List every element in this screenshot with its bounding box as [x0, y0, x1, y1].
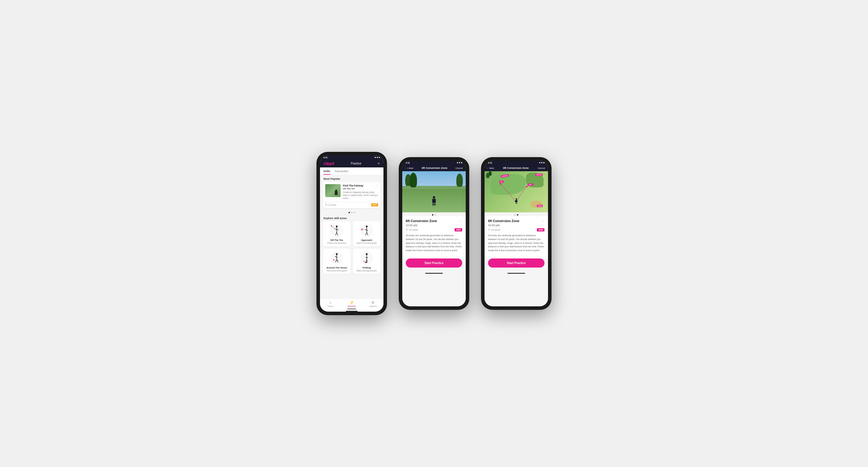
status-icons-2	[457, 162, 462, 163]
golf-map-scene: FAIRWAY ROUGH SAND Hit Miss	[485, 171, 548, 212]
capture-label: Capture	[369, 305, 377, 307]
app-logo: clippd	[323, 161, 334, 166]
activities-label: Activities	[348, 305, 356, 307]
skill-card-putting[interactable]: Putting Make and lag practice	[353, 249, 380, 274]
header-title: Practice	[351, 162, 362, 165]
capture-icon: ⊕	[371, 300, 374, 305]
drill-range: 10-50 yds	[406, 224, 462, 227]
tree-2	[410, 173, 417, 188]
home-bar	[425, 273, 443, 274]
map-carousel-dots	[485, 212, 548, 216]
drill-map-header: ‹ Back 6ft Conversion Zone Cancel	[485, 165, 548, 171]
drill-footer: ⏱ 10 shots OTT	[323, 202, 380, 208]
skill-card-atg[interactable]: Around The Green Hone your short game	[323, 249, 350, 274]
map-dot-1	[514, 214, 516, 215]
shots-clock-icon: ⏱	[406, 229, 408, 231]
drill-thumb-image	[325, 184, 341, 197]
cancel-button[interactable]: Cancel	[456, 167, 463, 169]
app-header: clippd Practice ≡	[320, 160, 383, 167]
status-bar-1: 9:41	[320, 155, 383, 160]
svg-point-23	[338, 260, 339, 261]
phone-2-screen: 9:41 ‹ < Back 6ft Conversion Zone Cancel	[402, 161, 466, 306]
status-icons	[375, 157, 380, 158]
back-button-3[interactable]: ‹ Back	[488, 167, 494, 169]
home-indicator	[402, 270, 466, 276]
favourite-button[interactable]: ☆	[459, 219, 462, 223]
svg-point-21	[333, 259, 334, 261]
golf-photo	[402, 171, 466, 212]
tab-favourites[interactable]: Favourites	[335, 167, 348, 175]
back-button[interactable]: ‹ < Back	[405, 167, 413, 169]
golfer-body	[432, 199, 436, 203]
most-popular-heading: Most Popular	[320, 175, 383, 182]
back-label-3: Back	[490, 167, 494, 169]
home-indicator-3	[485, 270, 548, 276]
skill-desc-atg: Hone your short game	[327, 270, 347, 272]
approach-icon	[360, 224, 374, 238]
status-bar-3: 9:41	[485, 161, 548, 165]
drill-description: Create an imaginary fairway using trees …	[343, 191, 378, 199]
map-golfer	[515, 198, 518, 204]
nav-activities[interactable]: ⚡ Activities	[341, 300, 362, 309]
back-label: < Back	[407, 167, 414, 169]
drill-tag: OTT	[371, 203, 378, 206]
drill-detail-content: 6ft Conversion Zone ☆ 10-50 yds ⏱ 20 sho…	[402, 171, 466, 306]
phone-1-screen: 9:41 clippd Practice ≡ Drills Favourites…	[320, 155, 383, 312]
drill-detail-info: 6ft Conversion Zone ☆ 10-50 yds ⏱ 20 sho…	[402, 216, 466, 259]
phone-2: 9:41 ‹ < Back 6ft Conversion Zone Cancel	[399, 157, 469, 310]
svg-point-14	[362, 229, 363, 230]
time-label-3: 9:41	[488, 162, 492, 164]
drill-detail-description: 20 shots are randomly generated at dista…	[406, 234, 462, 253]
featured-drill-card[interactable]: Find The Fairway Off The Tee ☆ Create an…	[323, 182, 380, 208]
time-label: 9:41	[323, 157, 328, 159]
drill-map-description: 20 shots are randomly generated at dista…	[488, 234, 545, 253]
svg-point-25	[366, 253, 368, 255]
start-practice-button-3[interactable]: Start Practice	[488, 259, 545, 268]
signal-icon	[375, 157, 376, 158]
menu-icon[interactable]: ≡	[378, 162, 380, 165]
drill-category-tag-3: ARG	[537, 228, 545, 231]
favourite-icon[interactable]: ☆	[376, 184, 378, 187]
tab-drills[interactable]: Drills	[323, 167, 330, 175]
start-practice-button[interactable]: Start Practice	[406, 259, 462, 268]
drill-detail-title: 6ft Conversion Zone	[406, 219, 437, 223]
nav-home[interactable]: ⌂ Home	[320, 300, 341, 309]
dot-1	[348, 212, 350, 213]
golfer-figure	[432, 196, 436, 205]
wifi-icon	[377, 157, 378, 158]
skill-desc-ott: Power and accuracy	[327, 242, 346, 244]
drill-subtitle: Off The Tee	[343, 188, 363, 190]
drill-image	[402, 171, 466, 212]
status-bar-2: 9:41	[402, 161, 466, 165]
sand-label: SAND	[537, 205, 543, 207]
favourite-button-3[interactable]: ☆	[541, 219, 545, 223]
putting-icon	[360, 251, 374, 265]
ott-icon	[330, 224, 344, 238]
drill-info: Find The Fairway Off The Tee ☆ Create an…	[343, 184, 378, 199]
tree-3	[456, 174, 463, 187]
status-icons-3	[539, 162, 545, 163]
skill-desc-putting: Make and lag practice	[357, 270, 377, 272]
skill-grid: Off The Tee Power and accuracy	[320, 221, 383, 276]
cancel-button-3[interactable]: Cancel	[538, 167, 545, 169]
drill-map-content: FAIRWAY ROUGH SAND Hit Miss	[485, 171, 548, 306]
drill-category-tag: ARG	[455, 228, 462, 231]
svg-point-22	[335, 261, 336, 262]
skill-card-ott[interactable]: Off The Tee Power and accuracy	[323, 221, 350, 246]
drill-card-body: Find The Fairway Off The Tee ☆ Create an…	[323, 182, 380, 202]
drill-map-image: FAIRWAY ROUGH SAND Hit Miss	[485, 171, 548, 212]
activities-icon: ⚡	[350, 300, 354, 305]
skill-card-approach[interactable]: Approach Dial-in to hit the green	[353, 221, 380, 246]
svg-point-8	[366, 226, 368, 227]
home-icon: ⌂	[330, 300, 332, 305]
svg-point-16	[336, 253, 338, 255]
phone-3: 9:41 ‹ Back 6ft Conversion Zone Cancel	[481, 157, 552, 310]
home-bar-3	[507, 273, 525, 274]
shots-row-3: ⏱ 20 shots ARG	[488, 228, 545, 231]
svg-point-6	[331, 225, 332, 227]
dot-3	[354, 212, 355, 213]
main-content: Most Popular Find The Fairway Off The Te…	[320, 175, 383, 298]
battery-icon	[379, 157, 380, 158]
nav-capture[interactable]: ⊕ Capture	[362, 300, 383, 309]
shots-label-3: ⏱ 20 shots	[488, 229, 500, 231]
